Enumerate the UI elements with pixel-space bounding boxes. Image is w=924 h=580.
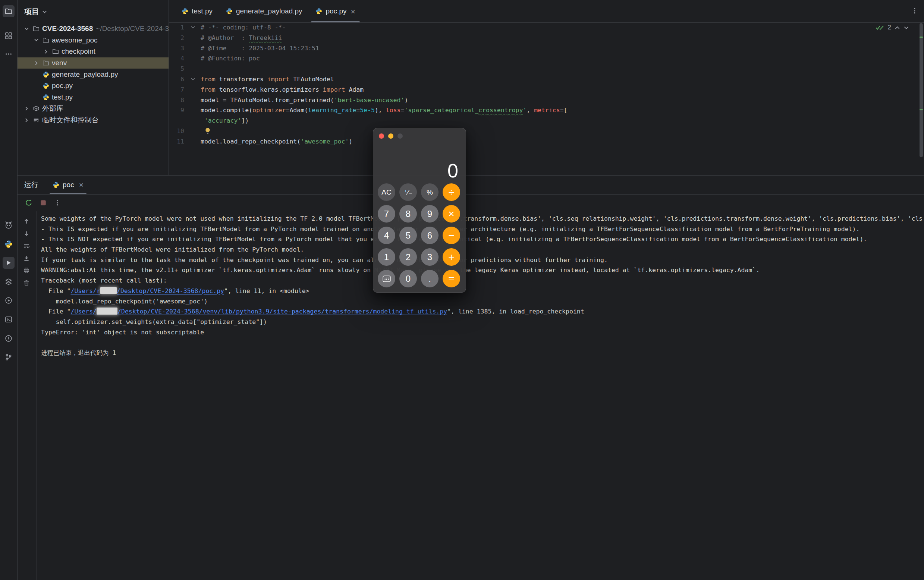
tree-item-cve-2024-3568[interactable]: CVE-2024-3568 ~/Desktop/CVE-2024-35 (18, 23, 168, 35)
down-stack-trace-icon[interactable] (23, 230, 31, 237)
code-line: 2# @Author : Threekiii (169, 33, 924, 43)
ac-button[interactable]: AC (378, 183, 395, 201)
tab-label: test.py (191, 7, 213, 15)
up-stack-trace-icon[interactable] (23, 218, 31, 226)
percent-button[interactable]: % (421, 183, 439, 201)
run-tab-poc[interactable]: poc × (49, 176, 87, 194)
chevron-collapsed-icon[interactable] (22, 118, 31, 123)
line-number[interactable]: 9 (169, 105, 201, 115)
line-number[interactable]: 7 (169, 85, 201, 95)
stacktrace-file-link[interactable]: /Desktop/CVE-2024-3568/poc.py (117, 287, 224, 295)
zoom-window-button (398, 133, 403, 138)
line-number[interactable]: 6 (169, 74, 201, 85)
line-number[interactable]: 4 (169, 53, 201, 64)
chevron-collapsed-icon[interactable] (32, 61, 41, 66)
digit-9-button[interactable]: 9 (421, 205, 439, 222)
chevron-collapsed-icon[interactable] (41, 49, 50, 54)
digit-8-button[interactable]: 8 (399, 205, 417, 222)
divide-button[interactable]: ÷ (442, 183, 460, 201)
line-number[interactable]: 10 (169, 126, 201, 137)
line-number[interactable]: 2 (169, 33, 201, 43)
structure-tool-button[interactable] (3, 30, 15, 42)
project-panel-title[interactable]: 项目 (24, 7, 39, 17)
tree-item-generate-payload-py[interactable]: generate_payload.py (18, 69, 168, 80)
digit-5-button[interactable]: 5 (399, 227, 417, 244)
error-stripe-mark[interactable] (919, 36, 923, 38)
problems-tool-button[interactable] (3, 333, 15, 344)
digit-6-button[interactable]: 6 (421, 227, 439, 244)
scroll-to-end-icon[interactable] (23, 255, 31, 262)
terminal-tool-button[interactable] (3, 313, 15, 325)
stop-icon[interactable] (40, 199, 46, 206)
close-tab-icon[interactable]: × (350, 7, 355, 15)
tree-item-poc-py[interactable]: poc.py (18, 80, 168, 92)
keypad-button[interactable] (378, 270, 395, 287)
print-icon[interactable] (23, 267, 31, 275)
intention-bulb-icon[interactable] (205, 127, 211, 134)
chevron-expanded-icon[interactable] (32, 38, 41, 43)
soft-wrap-icon[interactable] (23, 243, 31, 250)
multiply-button[interactable]: × (442, 205, 460, 222)
tree-item-venv[interactable]: venv (18, 58, 168, 69)
tree-item-awesome-poc[interactable]: awesome_poc (18, 35, 168, 46)
rerun-icon[interactable] (25, 199, 33, 206)
project-tool-button[interactable] (3, 5, 15, 17)
digit-0-button[interactable]: 0 (399, 270, 417, 287)
tree-item-external-libraries[interactable]: 外部库 (18, 103, 168, 114)
python-console-tool-button[interactable] (3, 295, 15, 306)
prev-problem-icon[interactable] (894, 26, 900, 30)
plus-minus-button[interactable]: ⁺⁄₋ (399, 183, 417, 201)
stacktrace-file-link[interactable]: /Desktop/CVE-2024-3568/venv/lib/python3.… (117, 308, 447, 315)
line-number[interactable] (169, 115, 201, 126)
chevron-down-icon[interactable] (42, 9, 47, 14)
editor-scrollbar[interactable] (919, 23, 923, 157)
digit-2-button[interactable]: 2 (399, 248, 417, 266)
python-file-icon (41, 82, 51, 89)
tab-generate-payload-py[interactable]: generate_payload.py (219, 0, 309, 22)
code-editor[interactable]: 1# -*- coding: utf-8 -*-2# @Author : Thr… (169, 22, 924, 175)
line-number[interactable]: 3 (169, 43, 201, 54)
code-line: 5 (169, 64, 924, 74)
digit-3-button[interactable]: 3 (421, 248, 439, 266)
fold-arrow-icon[interactable] (191, 77, 195, 82)
subtract-button[interactable]: − (442, 227, 460, 244)
line-number[interactable]: 1 (169, 22, 201, 33)
tree-item-scratches[interactable]: 临时文件和控制台 (18, 114, 168, 126)
tree-item-checkpoint[interactable]: checkpoint (18, 46, 168, 58)
close-window-button[interactable] (379, 133, 384, 138)
calculator-window[interactable]: 0 AC⁺⁄₋%÷789×456−123+0.= (373, 128, 466, 293)
stacktrace-file-link[interactable]: /Users/ (71, 308, 97, 315)
inspections-widget[interactable]: 2 (876, 24, 909, 31)
python-packages-tool-button[interactable] (3, 238, 15, 250)
line-number[interactable]: 5 (169, 64, 201, 74)
add-button[interactable]: + (442, 248, 460, 266)
close-tab-icon[interactable]: × (79, 180, 84, 189)
digit-1-button[interactable]: 1 (378, 248, 395, 266)
line-number[interactable]: 11 (169, 137, 201, 147)
next-problem-icon[interactable] (904, 26, 909, 30)
minimize-window-button[interactable] (388, 133, 393, 138)
tab-bar-more-icon[interactable] (911, 7, 918, 14)
chevron-collapsed-icon[interactable] (22, 106, 31, 111)
version-control-tool-button[interactable] (3, 351, 15, 363)
run-console[interactable]: Some weights of the PyTorch model were n… (41, 214, 924, 580)
line-number[interactable]: 8 (169, 95, 201, 105)
equals-button[interactable]: = (442, 270, 460, 287)
ai-assistant-tool-button[interactable] (3, 219, 15, 231)
error-stripe-mark[interactable] (919, 109, 923, 110)
tab-test-py[interactable]: test.py (175, 0, 219, 22)
decimal-point-button[interactable]: . (421, 270, 439, 287)
chevron-expanded-icon[interactable] (22, 26, 31, 31)
tree-item-test-py[interactable]: test.py (18, 92, 168, 103)
more-icon[interactable] (54, 199, 61, 206)
scratches-icon (31, 117, 41, 124)
digit-7-button[interactable]: 7 (378, 205, 395, 222)
fold-arrow-icon[interactable] (191, 25, 195, 30)
tab-poc-py[interactable]: poc.py × (309, 0, 362, 22)
more-tools-button[interactable] (3, 48, 15, 60)
services-tool-button[interactable] (3, 276, 15, 288)
digit-4-button[interactable]: 4 (378, 227, 395, 244)
stacktrace-file-link[interactable]: /Users/r (71, 287, 100, 295)
run-tool-button[interactable] (3, 257, 15, 269)
clear-all-icon[interactable] (23, 280, 31, 287)
